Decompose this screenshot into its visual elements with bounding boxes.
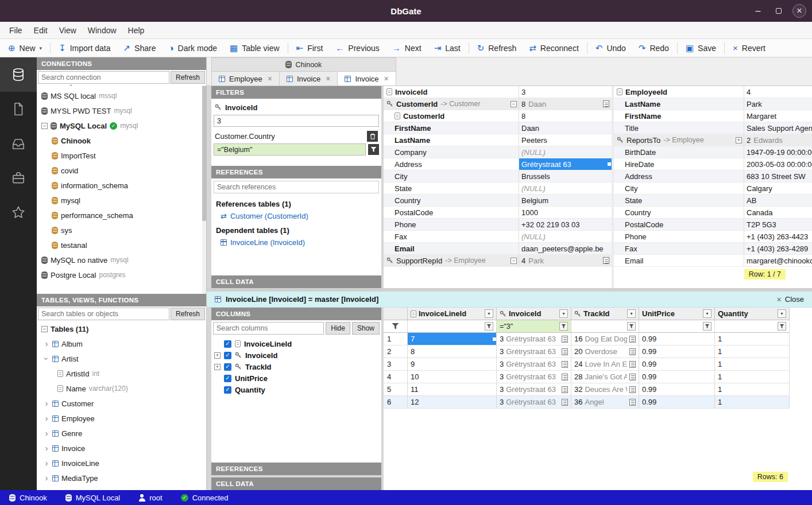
field-label[interactable]: FirstName xyxy=(614,110,744,122)
collapse-icon[interactable]: − xyxy=(511,258,517,264)
close-tab-icon[interactable]: × xyxy=(384,74,389,83)
field-label[interactable]: Address xyxy=(384,158,519,170)
connection-item-mysl-pwd-test[interactable]: MYSL PWD TESTmysql xyxy=(37,103,206,118)
column-menu-button[interactable]: ▾ xyxy=(559,309,568,318)
connection-item-importtest[interactable]: ImportTest xyxy=(37,148,206,163)
column-item-artistid[interactable]: ArtistIdint xyxy=(37,366,206,381)
close-detail-button[interactable]: × Close xyxy=(777,295,804,304)
grid-cell[interactable]: 0.99 xyxy=(639,383,715,396)
reference-link-customer-customerid[interactable]: ⇄Customer (CustomerId) xyxy=(211,210,381,222)
field-label[interactable]: LastName xyxy=(384,134,519,146)
grid-cell[interactable]: 3Grétrystraat 63 xyxy=(497,396,571,409)
toolbar-import-data-button[interactable]: ↧Import data xyxy=(52,39,117,57)
grid-cell[interactable]: 0.99 xyxy=(639,345,715,358)
column-filter-input[interactable] xyxy=(642,323,701,331)
field-label[interactable]: Phone xyxy=(384,219,519,230)
column-filter-input[interactable] xyxy=(411,323,482,331)
tab-invoice-2[interactable]: Invoice× xyxy=(280,71,338,86)
tables-refresh-button[interactable]: Refresh xyxy=(171,308,205,320)
grid-cell[interactable]: 1 xyxy=(715,371,790,383)
filter-value-input[interactable] xyxy=(214,115,379,127)
toolbar-save-button[interactable]: ▣Save xyxy=(679,39,722,57)
connection-item-covid[interactable]: covid xyxy=(37,163,206,178)
connections-refresh-button[interactable]: Refresh xyxy=(171,71,205,84)
toolbar-dark-mode-button[interactable]: ◑Dark mode xyxy=(162,39,223,57)
activity-files[interactable] xyxy=(0,92,37,126)
menu-item-window[interactable]: Window xyxy=(82,24,122,37)
activity-favorites[interactable] xyxy=(0,195,37,230)
connection-item-testanal[interactable]: testanal xyxy=(37,238,206,252)
field-value[interactable]: +1 (403) 263-4423 xyxy=(744,231,812,242)
column-header-trackid[interactable]: TrackId▾ xyxy=(571,308,639,320)
menu-item-help[interactable]: Help xyxy=(122,24,150,37)
columns-search-input[interactable] xyxy=(213,322,324,335)
field-value[interactable]: 8Daan xyxy=(519,98,612,110)
row-number[interactable]: 2 xyxy=(384,345,408,358)
field-label[interactable]: Email xyxy=(384,243,519,254)
column-item-name[interactable]: Namevarchar(120) xyxy=(37,381,206,396)
tab-employee-1[interactable]: Employee× xyxy=(211,71,280,86)
connection-item-information-schema[interactable]: information_schema xyxy=(37,178,206,193)
field-label[interactable]: LastName xyxy=(614,98,744,110)
table-item-invoiceline[interactable]: ›InvoiceLine xyxy=(37,456,206,471)
field-value[interactable]: Belgium xyxy=(519,195,612,206)
status-item-root[interactable]: root xyxy=(138,494,162,502)
field-value[interactable]: +32 02 219 03 03 xyxy=(519,219,612,230)
connection-item-mysql[interactable]: mysql xyxy=(37,193,206,208)
status-item-chinook[interactable]: Chinook xyxy=(9,494,47,502)
field-value[interactable]: 2Edwards xyxy=(744,134,812,146)
field-label[interactable]: ReportsTo-> Employee+ xyxy=(614,134,744,146)
reference-link-invoiceline-invoiceid[interactable]: InvoiceLine (InvoiceId) xyxy=(211,236,381,248)
field-label[interactable]: PostalCode xyxy=(614,219,744,230)
column-filter-input[interactable] xyxy=(718,323,775,331)
status-item-connected[interactable]: ✓Connected xyxy=(181,494,229,502)
field-value[interactable]: AB xyxy=(744,195,812,206)
grid-cell[interactable]: 24Love In An Elevator xyxy=(571,358,639,371)
column-toggle-unitprice[interactable]: ✓UnitPrice xyxy=(211,372,381,384)
field-label[interactable]: Address xyxy=(614,170,744,182)
grid-cell[interactable]: 0.99 xyxy=(639,333,715,345)
grid-cell[interactable]: 3Grétrystraat 63 xyxy=(497,333,571,345)
toolbar-undo-button[interactable]: ↶Undo xyxy=(589,39,632,57)
field-value[interactable]: (NULL) xyxy=(519,231,612,242)
filter-options-button[interactable] xyxy=(368,144,379,155)
field-value[interactable]: Canada xyxy=(744,207,812,218)
column-header-unitprice[interactable]: UnitPrice▾ xyxy=(639,308,715,320)
column-header-invoicelineid[interactable]: InvoiceLineId▾ xyxy=(408,308,497,320)
scrollbar-thumb[interactable] xyxy=(202,86,206,221)
field-label[interactable]: Company xyxy=(384,146,519,158)
field-value[interactable]: Brussels xyxy=(519,170,612,182)
expand-icon[interactable]: + xyxy=(736,137,742,143)
collapse-icon[interactable]: − xyxy=(511,101,517,107)
field-value[interactable]: margaret@chinookcorp.com xyxy=(744,255,812,266)
connection-item-mysql-no-native[interactable]: MySQL no nativemysql xyxy=(37,252,206,267)
column-menu-button[interactable]: ▾ xyxy=(627,309,636,318)
grid-cell[interactable]: 1 xyxy=(715,358,790,371)
grid-cell[interactable]: 0.99 xyxy=(639,396,715,409)
field-value[interactable]: Grétrystraat 63 xyxy=(519,158,612,170)
column-menu-button[interactable]: ▾ xyxy=(485,309,493,318)
row-number[interactable]: 4 xyxy=(384,371,408,383)
column-toggle-invoiceid[interactable]: +✓InvoiceId xyxy=(211,349,381,361)
tables-search-input[interactable] xyxy=(38,308,169,320)
field-value[interactable]: Calgary xyxy=(744,182,812,194)
connection-item-performance-schema[interactable]: performance_schema xyxy=(37,208,206,223)
grid-cell[interactable]: 3Grétrystraat 63 xyxy=(497,345,571,358)
field-value[interactable]: Sales Support Agent xyxy=(744,122,812,134)
field-value[interactable]: T2P 5G3 xyxy=(744,219,812,230)
checkbox-icon[interactable]: ✓ xyxy=(224,352,231,359)
field-label[interactable]: City xyxy=(384,170,519,182)
field-value[interactable]: daan_peeters@apple.be xyxy=(519,243,612,254)
field-value[interactable]: Park xyxy=(744,98,812,110)
connection-item-ms-sql-local[interactable]: MS SQL localmssql xyxy=(37,88,206,103)
grid-cell[interactable]: 1 xyxy=(715,345,790,358)
field-label[interactable]: HireDate xyxy=(614,158,744,170)
grid-cell[interactable]: 36Angel xyxy=(571,396,639,409)
filter-value-input[interactable] xyxy=(214,143,366,156)
table-item-mediatype[interactable]: ›MediaType xyxy=(37,471,206,485)
filter-menu-button[interactable] xyxy=(778,322,786,331)
filter-menu-button[interactable] xyxy=(559,322,568,331)
expand-icon[interactable]: + xyxy=(214,364,221,370)
field-value[interactable]: 3 xyxy=(519,86,612,98)
checkbox-icon[interactable]: ✓ xyxy=(224,386,231,394)
